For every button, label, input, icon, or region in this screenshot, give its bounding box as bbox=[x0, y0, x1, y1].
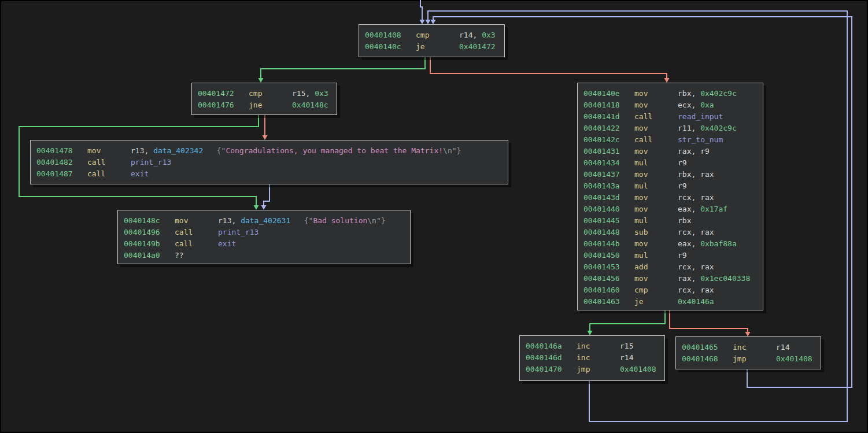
instruction-00401463[interactable]: 00401463je0x40146a bbox=[583, 296, 763, 308]
num-token[interactable]: 0x3 bbox=[315, 89, 328, 98]
fn-token[interactable]: print_r13 bbox=[218, 228, 258, 236]
instruction-00401496[interactable]: 00401496callprint_r13 bbox=[124, 227, 410, 238]
address-token[interactable]: 0040143d bbox=[583, 192, 634, 203]
address-token[interactable]: 00401408 bbox=[365, 29, 416, 41]
instruction-00401408[interactable]: 00401408cmpr14, 0x3 bbox=[365, 29, 504, 41]
fn-token[interactable]: exit bbox=[218, 239, 236, 248]
num-token[interactable]: 0x401472 bbox=[459, 42, 496, 51]
address-token[interactable]: 00401478 bbox=[36, 145, 87, 157]
address-token[interactable]: 0040148c bbox=[124, 215, 175, 227]
fn-token[interactable]: print_r13 bbox=[131, 158, 171, 166]
address-token[interactable]: 0040146d bbox=[526, 352, 577, 364]
address-token[interactable]: 004014a0 bbox=[124, 250, 175, 261]
address-token[interactable]: 00401487 bbox=[36, 168, 87, 180]
basic-block-0040140e[interactable]: 0040140emovrbx, 0x402c9c00401418movecx, … bbox=[577, 83, 763, 310]
instruction-00401431[interactable]: 00401431movrax, r9 bbox=[583, 146, 763, 157]
address-token[interactable]: 00401431 bbox=[583, 146, 634, 157]
instruction-00401468[interactable]: 00401468jmp0x401408 bbox=[682, 353, 821, 365]
address-token[interactable]: 0040143a bbox=[583, 180, 634, 192]
instruction-0040146d[interactable]: 0040146dincr14 bbox=[526, 352, 664, 364]
sym-token[interactable]: data_402342 bbox=[153, 146, 203, 155]
address-token[interactable]: 0040146a bbox=[526, 341, 577, 352]
reg-token: r11 bbox=[678, 124, 691, 132]
address-token[interactable]: 0040149b bbox=[124, 238, 175, 250]
address-token[interactable]: 00401456 bbox=[583, 273, 634, 284]
address-token[interactable]: 00401472 bbox=[198, 88, 249, 99]
basic-block-0040148c[interactable]: 0040148cmovr13, data_402631 {"Bad soluti… bbox=[117, 210, 411, 264]
address-token[interactable]: 00401418 bbox=[583, 99, 634, 111]
num-token[interactable]: 0x17af bbox=[700, 205, 727, 213]
num-token[interactable]: 0x401408 bbox=[776, 354, 812, 363]
address-token[interactable]: 00401460 bbox=[583, 284, 634, 296]
address-token[interactable]: 00401465 bbox=[682, 342, 733, 353]
num-token[interactable]: 0x402c9c bbox=[700, 89, 737, 98]
instruction-00401487[interactable]: 00401487callexit bbox=[36, 168, 508, 180]
instruction-00401418[interactable]: 00401418movecx, 0xa bbox=[583, 99, 763, 111]
address-token[interactable]: 0040141d bbox=[583, 111, 634, 123]
num-token[interactable]: 0xbaf88a bbox=[700, 239, 737, 248]
num-token[interactable]: 0x1ec040338 bbox=[700, 274, 750, 283]
fn-token[interactable]: exit bbox=[131, 169, 149, 178]
address-token[interactable]: 00401470 bbox=[526, 364, 577, 375]
instruction-0040141d[interactable]: 0040141dcallread_input bbox=[583, 111, 763, 123]
num-token[interactable]: 0x40148c bbox=[292, 101, 328, 109]
fn-token[interactable]: str_to_num bbox=[678, 135, 723, 144]
instruction-00401478[interactable]: 00401478movr13, data_402342 {"Congradula… bbox=[36, 145, 508, 157]
instruction-0040140c[interactable]: 0040140cje0x401472 bbox=[365, 41, 504, 53]
address-token[interactable]: 00401482 bbox=[36, 157, 87, 168]
instruction-00401448[interactable]: 00401448subrcx, rax bbox=[583, 227, 763, 238]
instruction-0040146a[interactable]: 0040146aincr15 bbox=[526, 341, 664, 352]
sym-token[interactable]: data_402631 bbox=[241, 216, 290, 225]
address-token[interactable]: 0040140e bbox=[583, 88, 634, 99]
num-token[interactable]: 0xa bbox=[700, 101, 714, 109]
address-token[interactable]: 00401496 bbox=[124, 227, 175, 238]
instruction-00401453[interactable]: 00401453addrcx, rax bbox=[583, 261, 763, 273]
basic-block-00401408[interactable]: 00401408cmpr14, 0x30040140cje0x401472 bbox=[359, 24, 505, 57]
num-token[interactable]: 0x402c9c bbox=[700, 124, 737, 132]
instruction-0040144b[interactable]: 0040144bmoveax, 0xbaf88a bbox=[583, 238, 763, 250]
instruction-00401472[interactable]: 00401472cmpr15, 0x3 bbox=[198, 88, 337, 99]
address-token[interactable]: 00401476 bbox=[198, 99, 249, 111]
graph-view-canvas[interactable]: 00401408cmpr14, 0x30040140cje0x401472004… bbox=[0, 0, 868, 433]
address-token[interactable]: 0040140c bbox=[365, 41, 416, 53]
address-token[interactable]: 00401434 bbox=[583, 157, 634, 169]
num-token[interactable]: 0x40146a bbox=[678, 297, 714, 306]
instruction-0040143d[interactable]: 0040143dmovrcx, rax bbox=[583, 192, 763, 203]
instruction-0040143a[interactable]: 0040143amulr9 bbox=[583, 180, 763, 192]
basic-block-00401472[interactable]: 00401472cmpr15, 0x300401476jne0x40148c bbox=[191, 83, 337, 115]
basic-block-00401478[interactable]: 00401478movr13, data_402342 {"Congradula… bbox=[30, 140, 508, 184]
instruction-00401434[interactable]: 00401434mulr9 bbox=[583, 157, 763, 169]
instruction-0040148c[interactable]: 0040148cmovr13, data_402631 {"Bad soluti… bbox=[124, 215, 410, 227]
instruction-0040142c[interactable]: 0040142ccallstr_to_num bbox=[583, 134, 763, 146]
address-token[interactable]: 00401450 bbox=[583, 250, 634, 261]
address-token[interactable]: 00401445 bbox=[583, 215, 634, 227]
instruction-00401450[interactable]: 00401450mulr9 bbox=[583, 250, 763, 261]
instruction-00401470[interactable]: 00401470jmp0x401408 bbox=[526, 364, 664, 375]
instruction-0040149b[interactable]: 0040149bcallexit bbox=[124, 238, 410, 250]
address-token[interactable]: 00401440 bbox=[583, 203, 634, 215]
address-token[interactable]: 00401453 bbox=[583, 261, 634, 273]
instruction-0040140e[interactable]: 0040140emovrbx, 0x402c9c bbox=[583, 88, 763, 99]
instruction-004014a0[interactable]: 004014a0?? bbox=[124, 250, 410, 261]
instruction-00401476[interactable]: 00401476jne0x40148c bbox=[198, 99, 337, 111]
address-token[interactable]: 0040144b bbox=[583, 238, 634, 250]
address-token[interactable]: 00401463 bbox=[583, 296, 634, 308]
address-token[interactable]: 00401422 bbox=[583, 123, 634, 134]
address-token[interactable]: 00401437 bbox=[583, 169, 634, 180]
num-token[interactable]: 0x3 bbox=[482, 31, 495, 39]
instruction-00401465[interactable]: 00401465incr14 bbox=[682, 342, 821, 353]
address-token[interactable]: 00401448 bbox=[583, 227, 634, 238]
address-token[interactable]: 00401468 bbox=[682, 353, 733, 365]
instruction-00401482[interactable]: 00401482callprint_r13 bbox=[36, 157, 508, 168]
instruction-00401437[interactable]: 00401437movrbx, rax bbox=[583, 169, 763, 180]
instruction-00401440[interactable]: 00401440moveax, 0x17af bbox=[583, 203, 763, 215]
address-token[interactable]: 0040142c bbox=[583, 134, 634, 146]
instruction-00401445[interactable]: 00401445mulrbx bbox=[583, 215, 763, 227]
instruction-00401456[interactable]: 00401456movrax, 0x1ec040338 bbox=[583, 273, 763, 284]
basic-block-0040146a[interactable]: 0040146aincr150040146dincr1400401470jmp0… bbox=[519, 335, 665, 381]
instruction-00401422[interactable]: 00401422movr11, 0x402c9c bbox=[583, 123, 763, 134]
num-token[interactable]: 0x401408 bbox=[620, 365, 656, 373]
instruction-00401460[interactable]: 00401460cmprcx, rax bbox=[583, 284, 763, 296]
basic-block-00401465[interactable]: 00401465incr1400401468jmp0x401408 bbox=[675, 336, 821, 369]
fn-token[interactable]: read_input bbox=[678, 112, 723, 121]
